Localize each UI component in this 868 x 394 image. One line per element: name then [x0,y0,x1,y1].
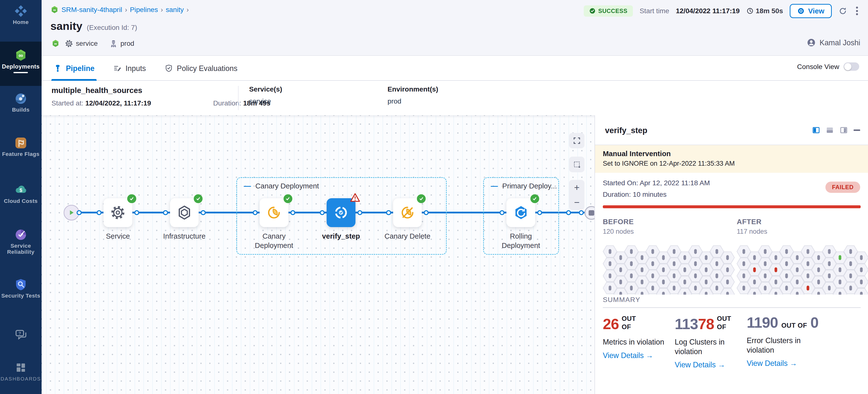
environment-tag[interactable]: prod [110,39,134,48]
refresh-button[interactable] [838,7,847,16]
after-label: AFTER [737,217,761,226]
stage-name: multiple_health_sources [51,86,142,95]
breadcrumb-project[interactable]: SRM-sanity-4thapril [61,6,122,14]
pipeline-node-canary-deployment[interactable]: Canary Deployment [259,198,288,227]
view-details-link[interactable]: View Details → [603,351,672,360]
fit-to-screen-button[interactable] [569,133,585,148]
pipeline-node-service[interactable]: Service [103,198,132,227]
node-label: verify_step [313,232,369,241]
summary-label: SUMMARY [603,296,640,304]
breadcrumb-separator: › [125,6,127,14]
connector-port [290,210,295,215]
out-of-label: OUT OF [717,314,737,331]
svg-text:∞: ∞ [54,41,57,46]
breadcrumb-page[interactable]: sanity [166,6,184,14]
pipeline-node-rolling-deployment[interactable]: Rolling Deployment [506,198,535,227]
policy-shield-icon [165,64,173,72]
error-cluster-total: 0 [810,314,818,331]
manual-intervention-banner: Manual Intervention Set to IGNORE on 12-… [595,145,868,173]
connector-port [579,210,584,215]
zoom-controls: + − [569,180,585,210]
out-of-label: OUT OF [622,314,642,331]
project-logo-icon: ∞ [51,6,59,14]
sidebar-item-label: Feature Flags [0,151,41,157]
gear-icon [65,39,73,48]
sidebar-item-security-tests[interactable]: Security Tests [0,278,41,299]
sidebar-nav: Home ∞ Deployments Builds Feature Flags … [0,0,41,394]
failure-progress-bar [603,205,861,208]
user-name: Kamal Joshi [819,38,860,47]
sidebar-item-deployments[interactable]: ∞ Deployments [0,41,41,86]
step-details-panel: verify_step Manual Intervention Set to I… [594,115,868,394]
sidebar-item-builds[interactable]: Builds [0,92,41,113]
summary-card-log-clusters: 11378OUT OF Log Clusters in violation Vi… [675,314,743,369]
tab-pipeline[interactable]: Pipeline [53,56,96,81]
success-badge [194,194,203,203]
service-tag[interactable]: service [65,39,98,48]
pipeline-node-verify-step[interactable]: verify_step [327,198,355,227]
deployments-icon: ∞ [14,49,27,62]
zoom-in-button[interactable]: + [569,180,585,195]
canary-icon [266,205,282,220]
breadcrumb-pipelines[interactable]: Pipelines [130,6,158,14]
builds-icon [14,92,27,105]
tab-policy-evaluations[interactable]: Policy Evaluations [164,56,239,81]
home-icon [14,4,27,18]
group-label: Primary Deploy... [502,182,557,190]
service-link[interactable]: service [249,97,282,105]
pipeline-canvas[interactable]: —Canary Deployment —Primary Deploy... Se… [41,115,594,394]
view-button[interactable]: View [790,4,832,18]
layout-bottom-view-button[interactable] [826,126,834,134]
step-started-on: Started On: Apr 12, 2022 11:18 AM [603,179,710,187]
status-badge: SUCCESS [584,5,633,17]
breadcrumb: ∞ SRM-sanity-4thapril › Pipelines › sani… [51,6,189,14]
marquee-select-button[interactable] [569,157,585,172]
connector-port [134,210,139,215]
pipeline-node-canary-delete[interactable]: Canary Delete [393,198,422,227]
avatar-icon [807,38,816,47]
success-badge [283,194,292,203]
arrow-icon: → [646,351,653,360]
environment-link[interactable]: prod [388,97,438,105]
more-options-button[interactable] [854,6,860,17]
after-node-count: 117 nodes [737,228,767,235]
zoom-out-button[interactable]: − [569,195,585,210]
connector-port [76,210,82,215]
feature-flags-icon [14,136,27,150]
sidebar-item-cloud-costs[interactable]: $ Cloud Costs [0,183,41,204]
sidebar-item-service-reliability[interactable]: Service Reliability [0,228,41,255]
layout-split-view-button[interactable] [812,126,820,134]
pipeline-node-infrastructure[interactable]: Infrastructure [170,198,199,227]
success-badge [530,194,539,203]
sidebar-item-label: Deployments [0,64,41,70]
minimize-panel-button[interactable] [854,126,860,134]
sidebar-item-dashboards[interactable]: DASHBOARDS [0,361,41,382]
node-label: Canary Delete [380,232,435,241]
sidebar-item-feature-flags[interactable]: Feature Flags [0,136,41,157]
connector-port [358,210,362,215]
divider [238,86,239,110]
layout-right-view-button[interactable] [840,126,848,134]
sidebar-item-home[interactable]: Home [0,4,41,26]
tab-inputs[interactable]: Inputs [112,56,147,81]
rolling-deployment-icon [513,205,529,220]
view-details-link[interactable]: View Details → [747,359,835,368]
after-node-hexgrid [737,244,868,295]
pipeline-end-node [585,206,594,220]
before-node-count: 120 nodes [603,228,634,235]
error-cluster-count: 1190 [747,314,778,331]
page-header: ∞ SRM-sanity-4thapril › Pipelines › sani… [41,0,868,55]
user-chip[interactable]: Kamal Joshi [807,38,860,47]
step-duration: Duration: 10 minutes [603,190,666,199]
connector-port [320,210,324,215]
summary-card-metrics: 26OUT OF Metrics in violation View Detai… [603,314,672,360]
console-view-toggle[interactable] [843,62,859,71]
inputs-icon [113,64,122,72]
connector-port [200,210,206,215]
view-details-link[interactable]: View Details → [675,361,743,369]
sidebar-item-help[interactable]: ? [0,328,41,343]
start-time-value: 12/04/2022 11:17:19 [676,7,740,15]
summary-card-label: Metrics in violation [603,337,672,346]
group-dash-icon: — [491,182,498,190]
panel-header: verify_step [595,115,868,145]
